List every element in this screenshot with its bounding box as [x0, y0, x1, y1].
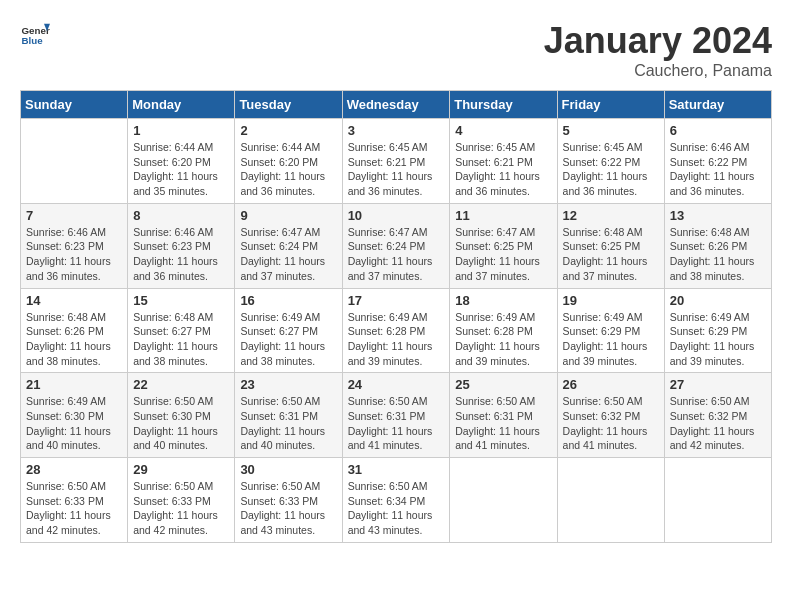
- day-info: Sunrise: 6:48 AM Sunset: 6:27 PM Dayligh…: [133, 310, 229, 369]
- day-number: 12: [563, 208, 659, 223]
- day-cell: 23Sunrise: 6:50 AM Sunset: 6:31 PM Dayli…: [235, 373, 342, 458]
- day-number: 20: [670, 293, 766, 308]
- page-header: General Blue January 2024 Cauchero, Pana…: [20, 20, 772, 80]
- day-info: Sunrise: 6:47 AM Sunset: 6:24 PM Dayligh…: [240, 225, 336, 284]
- day-cell: 6Sunrise: 6:46 AM Sunset: 6:22 PM Daylig…: [664, 119, 771, 204]
- day-number: 17: [348, 293, 445, 308]
- day-cell: 8Sunrise: 6:46 AM Sunset: 6:23 PM Daylig…: [128, 203, 235, 288]
- day-number: 8: [133, 208, 229, 223]
- header-cell-saturday: Saturday: [664, 91, 771, 119]
- day-cell: 16Sunrise: 6:49 AM Sunset: 6:27 PM Dayli…: [235, 288, 342, 373]
- header-cell-tuesday: Tuesday: [235, 91, 342, 119]
- day-info: Sunrise: 6:48 AM Sunset: 6:25 PM Dayligh…: [563, 225, 659, 284]
- day-number: 27: [670, 377, 766, 392]
- day-info: Sunrise: 6:47 AM Sunset: 6:24 PM Dayligh…: [348, 225, 445, 284]
- day-number: 3: [348, 123, 445, 138]
- day-number: 24: [348, 377, 445, 392]
- day-info: Sunrise: 6:50 AM Sunset: 6:33 PM Dayligh…: [26, 479, 122, 538]
- day-info: Sunrise: 6:50 AM Sunset: 6:31 PM Dayligh…: [348, 394, 445, 453]
- day-cell: 3Sunrise: 6:45 AM Sunset: 6:21 PM Daylig…: [342, 119, 450, 204]
- day-cell: 31Sunrise: 6:50 AM Sunset: 6:34 PM Dayli…: [342, 458, 450, 543]
- day-info: Sunrise: 6:44 AM Sunset: 6:20 PM Dayligh…: [133, 140, 229, 199]
- day-info: Sunrise: 6:50 AM Sunset: 6:31 PM Dayligh…: [240, 394, 336, 453]
- day-info: Sunrise: 6:49 AM Sunset: 6:29 PM Dayligh…: [670, 310, 766, 369]
- day-info: Sunrise: 6:48 AM Sunset: 6:26 PM Dayligh…: [26, 310, 122, 369]
- header-cell-sunday: Sunday: [21, 91, 128, 119]
- day-info: Sunrise: 6:46 AM Sunset: 6:23 PM Dayligh…: [26, 225, 122, 284]
- day-cell: 25Sunrise: 6:50 AM Sunset: 6:31 PM Dayli…: [450, 373, 557, 458]
- day-info: Sunrise: 6:48 AM Sunset: 6:26 PM Dayligh…: [670, 225, 766, 284]
- day-cell: 20Sunrise: 6:49 AM Sunset: 6:29 PM Dayli…: [664, 288, 771, 373]
- day-info: Sunrise: 6:47 AM Sunset: 6:25 PM Dayligh…: [455, 225, 551, 284]
- day-number: 16: [240, 293, 336, 308]
- week-row-4: 28Sunrise: 6:50 AM Sunset: 6:33 PM Dayli…: [21, 458, 772, 543]
- day-cell: 9Sunrise: 6:47 AM Sunset: 6:24 PM Daylig…: [235, 203, 342, 288]
- day-cell: 10Sunrise: 6:47 AM Sunset: 6:24 PM Dayli…: [342, 203, 450, 288]
- day-number: 14: [26, 293, 122, 308]
- header-cell-monday: Monday: [128, 91, 235, 119]
- day-info: Sunrise: 6:50 AM Sunset: 6:30 PM Dayligh…: [133, 394, 229, 453]
- day-number: 25: [455, 377, 551, 392]
- day-number: 5: [563, 123, 659, 138]
- day-number: 28: [26, 462, 122, 477]
- day-number: 18: [455, 293, 551, 308]
- day-number: 19: [563, 293, 659, 308]
- logo-icon: General Blue: [20, 20, 50, 50]
- day-info: Sunrise: 6:44 AM Sunset: 6:20 PM Dayligh…: [240, 140, 336, 199]
- day-cell: 4Sunrise: 6:45 AM Sunset: 6:21 PM Daylig…: [450, 119, 557, 204]
- day-cell: 24Sunrise: 6:50 AM Sunset: 6:31 PM Dayli…: [342, 373, 450, 458]
- day-cell: [450, 458, 557, 543]
- day-cell: 30Sunrise: 6:50 AM Sunset: 6:33 PM Dayli…: [235, 458, 342, 543]
- day-info: Sunrise: 6:50 AM Sunset: 6:32 PM Dayligh…: [670, 394, 766, 453]
- day-info: Sunrise: 6:49 AM Sunset: 6:28 PM Dayligh…: [455, 310, 551, 369]
- day-cell: 15Sunrise: 6:48 AM Sunset: 6:27 PM Dayli…: [128, 288, 235, 373]
- day-cell: 29Sunrise: 6:50 AM Sunset: 6:33 PM Dayli…: [128, 458, 235, 543]
- day-cell: 28Sunrise: 6:50 AM Sunset: 6:33 PM Dayli…: [21, 458, 128, 543]
- location-title: Cauchero, Panama: [544, 62, 772, 80]
- day-info: Sunrise: 6:50 AM Sunset: 6:34 PM Dayligh…: [348, 479, 445, 538]
- day-number: 7: [26, 208, 122, 223]
- header-cell-wednesday: Wednesday: [342, 91, 450, 119]
- day-cell: [557, 458, 664, 543]
- day-cell: 1Sunrise: 6:44 AM Sunset: 6:20 PM Daylig…: [128, 119, 235, 204]
- day-number: 31: [348, 462, 445, 477]
- day-number: 2: [240, 123, 336, 138]
- day-info: Sunrise: 6:50 AM Sunset: 6:32 PM Dayligh…: [563, 394, 659, 453]
- title-area: January 2024 Cauchero, Panama: [544, 20, 772, 80]
- day-cell: 12Sunrise: 6:48 AM Sunset: 6:25 PM Dayli…: [557, 203, 664, 288]
- header-cell-thursday: Thursday: [450, 91, 557, 119]
- day-info: Sunrise: 6:49 AM Sunset: 6:27 PM Dayligh…: [240, 310, 336, 369]
- day-info: Sunrise: 6:50 AM Sunset: 6:33 PM Dayligh…: [240, 479, 336, 538]
- day-info: Sunrise: 6:50 AM Sunset: 6:33 PM Dayligh…: [133, 479, 229, 538]
- day-number: 6: [670, 123, 766, 138]
- day-number: 1: [133, 123, 229, 138]
- day-number: 13: [670, 208, 766, 223]
- day-cell: 7Sunrise: 6:46 AM Sunset: 6:23 PM Daylig…: [21, 203, 128, 288]
- day-number: 15: [133, 293, 229, 308]
- day-cell: 11Sunrise: 6:47 AM Sunset: 6:25 PM Dayli…: [450, 203, 557, 288]
- week-row-0: 1Sunrise: 6:44 AM Sunset: 6:20 PM Daylig…: [21, 119, 772, 204]
- day-number: 29: [133, 462, 229, 477]
- header-cell-friday: Friday: [557, 91, 664, 119]
- day-info: Sunrise: 6:45 AM Sunset: 6:22 PM Dayligh…: [563, 140, 659, 199]
- day-cell: 27Sunrise: 6:50 AM Sunset: 6:32 PM Dayli…: [664, 373, 771, 458]
- day-number: 23: [240, 377, 336, 392]
- day-cell: 21Sunrise: 6:49 AM Sunset: 6:30 PM Dayli…: [21, 373, 128, 458]
- month-title: January 2024: [544, 20, 772, 62]
- week-row-2: 14Sunrise: 6:48 AM Sunset: 6:26 PM Dayli…: [21, 288, 772, 373]
- day-info: Sunrise: 6:49 AM Sunset: 6:30 PM Dayligh…: [26, 394, 122, 453]
- day-number: 22: [133, 377, 229, 392]
- day-number: 21: [26, 377, 122, 392]
- svg-text:Blue: Blue: [22, 35, 44, 46]
- day-number: 9: [240, 208, 336, 223]
- day-cell: 17Sunrise: 6:49 AM Sunset: 6:28 PM Dayli…: [342, 288, 450, 373]
- day-cell: [21, 119, 128, 204]
- logo: General Blue: [20, 20, 50, 50]
- day-cell: 13Sunrise: 6:48 AM Sunset: 6:26 PM Dayli…: [664, 203, 771, 288]
- day-number: 4: [455, 123, 551, 138]
- week-row-1: 7Sunrise: 6:46 AM Sunset: 6:23 PM Daylig…: [21, 203, 772, 288]
- day-info: Sunrise: 6:45 AM Sunset: 6:21 PM Dayligh…: [455, 140, 551, 199]
- day-number: 11: [455, 208, 551, 223]
- day-number: 10: [348, 208, 445, 223]
- day-info: Sunrise: 6:46 AM Sunset: 6:22 PM Dayligh…: [670, 140, 766, 199]
